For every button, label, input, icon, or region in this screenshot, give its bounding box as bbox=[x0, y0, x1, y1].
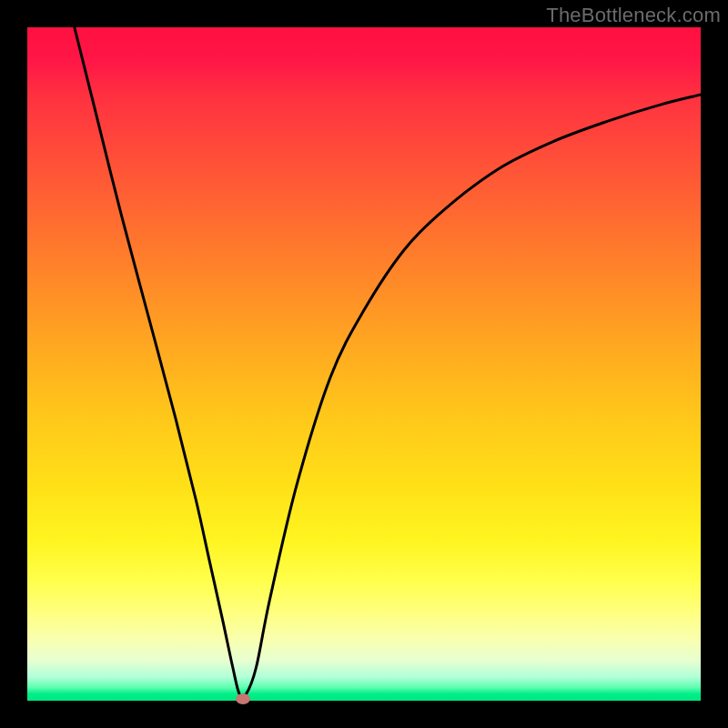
plot-area bbox=[27, 27, 701, 701]
optimal-point-marker bbox=[236, 693, 250, 704]
watermark-text: TheBottleneck.com bbox=[546, 4, 721, 27]
chart-container: TheBottleneck.com bbox=[0, 0, 728, 728]
bottleneck-curve bbox=[27, 27, 701, 701]
